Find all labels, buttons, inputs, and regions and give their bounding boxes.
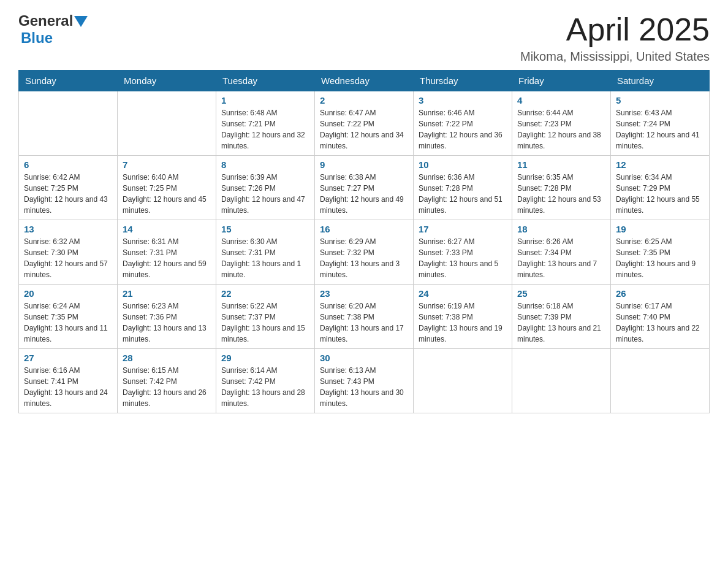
calendar-cell: 22Sunrise: 6:22 AMSunset: 7:37 PMDayligh…	[216, 285, 315, 349]
day-number: 11	[517, 159, 605, 170]
day-info: Sunrise: 6:23 AMSunset: 7:36 PMDaylight:…	[123, 301, 211, 345]
calendar-body: 1Sunrise: 6:48 AMSunset: 7:21 PMDaylight…	[19, 91, 710, 413]
day-info: Sunrise: 6:22 AMSunset: 7:37 PMDaylight:…	[221, 301, 309, 345]
calendar-cell	[19, 91, 118, 156]
day-number: 21	[123, 288, 211, 299]
day-number: 4	[517, 95, 605, 105]
location-title: Mikoma, Mississippi, United States	[520, 50, 710, 64]
day-info: Sunrise: 6:24 AMSunset: 7:35 PMDaylight:…	[24, 301, 112, 345]
day-info: Sunrise: 6:36 AMSunset: 7:28 PMDaylight:…	[419, 172, 507, 216]
day-info: Sunrise: 6:32 AMSunset: 7:30 PMDaylight:…	[24, 236, 112, 280]
day-info: Sunrise: 6:42 AMSunset: 7:25 PMDaylight:…	[24, 172, 112, 216]
header-cell-friday: Friday	[512, 71, 611, 91]
day-info: Sunrise: 6:18 AMSunset: 7:39 PMDaylight:…	[517, 301, 605, 345]
day-number: 25	[517, 288, 605, 299]
calendar-cell: 28Sunrise: 6:15 AMSunset: 7:42 PMDayligh…	[118, 349, 216, 413]
day-number: 14	[123, 224, 211, 234]
day-number: 18	[517, 224, 605, 234]
calendar-cell: 23Sunrise: 6:20 AMSunset: 7:38 PMDayligh…	[315, 285, 414, 349]
calendar-cell: 10Sunrise: 6:36 AMSunset: 7:28 PMDayligh…	[414, 156, 512, 220]
day-info: Sunrise: 6:16 AMSunset: 7:41 PMDaylight:…	[24, 365, 112, 409]
day-number: 17	[419, 224, 507, 234]
day-info: Sunrise: 6:47 AMSunset: 7:22 PMDaylight:…	[320, 107, 408, 151]
day-info: Sunrise: 6:48 AMSunset: 7:21 PMDaylight:…	[221, 107, 309, 151]
svg-marker-0	[74, 16, 88, 27]
header-cell-saturday: Saturday	[611, 71, 710, 91]
day-number: 9	[320, 159, 408, 170]
calendar-cell: 27Sunrise: 6:16 AMSunset: 7:41 PMDayligh…	[19, 349, 118, 413]
calendar-cell: 13Sunrise: 6:32 AMSunset: 7:30 PMDayligh…	[19, 220, 118, 285]
day-info: Sunrise: 6:35 AMSunset: 7:28 PMDaylight:…	[517, 172, 605, 216]
day-info: Sunrise: 6:29 AMSunset: 7:32 PMDaylight:…	[320, 236, 408, 280]
day-number: 15	[221, 224, 309, 234]
logo-blue-text: Blue	[21, 29, 53, 47]
header-row: SundayMondayTuesdayWednesdayThursdayFrid…	[19, 71, 710, 91]
day-number: 7	[123, 159, 211, 170]
calendar-cell: 9Sunrise: 6:38 AMSunset: 7:27 PMDaylight…	[315, 156, 414, 220]
day-info: Sunrise: 6:44 AMSunset: 7:23 PMDaylight:…	[517, 107, 605, 151]
calendar-cell: 25Sunrise: 6:18 AMSunset: 7:39 PMDayligh…	[512, 285, 611, 349]
day-number: 27	[24, 353, 112, 363]
day-info: Sunrise: 6:30 AMSunset: 7:31 PMDaylight:…	[221, 236, 309, 280]
header-cell-sunday: Sunday	[19, 71, 118, 91]
day-info: Sunrise: 6:31 AMSunset: 7:31 PMDaylight:…	[123, 236, 211, 280]
day-number: 6	[24, 159, 112, 170]
day-number: 20	[24, 288, 112, 299]
calendar-cell: 6Sunrise: 6:42 AMSunset: 7:25 PMDaylight…	[19, 156, 118, 220]
day-number: 26	[616, 288, 704, 299]
calendar-cell: 7Sunrise: 6:40 AMSunset: 7:25 PMDaylight…	[118, 156, 216, 220]
day-info: Sunrise: 6:25 AMSunset: 7:35 PMDaylight:…	[616, 236, 704, 280]
day-number: 28	[123, 353, 211, 363]
header-cell-tuesday: Tuesday	[216, 71, 315, 91]
day-info: Sunrise: 6:39 AMSunset: 7:26 PMDaylight:…	[221, 172, 309, 216]
calendar-cell: 12Sunrise: 6:34 AMSunset: 7:29 PMDayligh…	[611, 156, 710, 220]
calendar-cell: 5Sunrise: 6:43 AMSunset: 7:24 PMDaylight…	[611, 91, 710, 156]
day-info: Sunrise: 6:38 AMSunset: 7:27 PMDaylight:…	[320, 172, 408, 216]
calendar-header: SundayMondayTuesdayWednesdayThursdayFrid…	[19, 71, 710, 91]
day-number: 24	[419, 288, 507, 299]
calendar-cell: 1Sunrise: 6:48 AMSunset: 7:21 PMDaylight…	[216, 91, 315, 156]
day-info: Sunrise: 6:46 AMSunset: 7:22 PMDaylight:…	[419, 107, 507, 151]
calendar-cell: 14Sunrise: 6:31 AMSunset: 7:31 PMDayligh…	[118, 220, 216, 285]
calendar-cell	[414, 349, 512, 413]
calendar-cell	[611, 349, 710, 413]
calendar-cell: 20Sunrise: 6:24 AMSunset: 7:35 PMDayligh…	[19, 285, 118, 349]
day-number: 16	[320, 224, 408, 234]
day-info: Sunrise: 6:26 AMSunset: 7:34 PMDaylight:…	[517, 236, 605, 280]
day-number: 29	[221, 353, 309, 363]
logo-triangle-icon	[74, 16, 88, 27]
calendar-cell: 8Sunrise: 6:39 AMSunset: 7:26 PMDaylight…	[216, 156, 315, 220]
day-info: Sunrise: 6:15 AMSunset: 7:42 PMDaylight:…	[123, 365, 211, 409]
day-number: 30	[320, 353, 408, 363]
day-info: Sunrise: 6:43 AMSunset: 7:24 PMDaylight:…	[616, 107, 704, 151]
header-cell-wednesday: Wednesday	[315, 71, 414, 91]
logo-general-text: General	[18, 12, 73, 29]
calendar-week-2: 6Sunrise: 6:42 AMSunset: 7:25 PMDaylight…	[19, 156, 710, 220]
calendar-cell: 3Sunrise: 6:46 AMSunset: 7:22 PMDaylight…	[414, 91, 512, 156]
day-number: 3	[419, 95, 507, 105]
day-number: 1	[221, 95, 309, 105]
day-number: 5	[616, 95, 704, 105]
calendar-week-1: 1Sunrise: 6:48 AMSunset: 7:21 PMDaylight…	[19, 91, 710, 156]
day-number: 13	[24, 224, 112, 234]
calendar-cell: 24Sunrise: 6:19 AMSunset: 7:38 PMDayligh…	[414, 285, 512, 349]
calendar-cell: 4Sunrise: 6:44 AMSunset: 7:23 PMDaylight…	[512, 91, 611, 156]
page-header: General Blue April 2025 Mikoma, Mississi…	[18, 12, 710, 64]
calendar-cell: 29Sunrise: 6:14 AMSunset: 7:42 PMDayligh…	[216, 349, 315, 413]
calendar-week-4: 20Sunrise: 6:24 AMSunset: 7:35 PMDayligh…	[19, 285, 710, 349]
calendar-cell: 26Sunrise: 6:17 AMSunset: 7:40 PMDayligh…	[611, 285, 710, 349]
calendar-week-3: 13Sunrise: 6:32 AMSunset: 7:30 PMDayligh…	[19, 220, 710, 285]
title-block: April 2025 Mikoma, Mississippi, United S…	[520, 12, 710, 64]
calendar-cell	[512, 349, 611, 413]
day-info: Sunrise: 6:34 AMSunset: 7:29 PMDaylight:…	[616, 172, 704, 216]
header-cell-thursday: Thursday	[414, 71, 512, 91]
day-number: 2	[320, 95, 408, 105]
header-cell-monday: Monday	[118, 71, 216, 91]
day-info: Sunrise: 6:20 AMSunset: 7:38 PMDaylight:…	[320, 301, 408, 345]
day-number: 23	[320, 288, 408, 299]
calendar-cell: 21Sunrise: 6:23 AMSunset: 7:36 PMDayligh…	[118, 285, 216, 349]
day-info: Sunrise: 6:19 AMSunset: 7:38 PMDaylight:…	[419, 301, 507, 345]
day-number: 12	[616, 159, 704, 170]
day-info: Sunrise: 6:17 AMSunset: 7:40 PMDaylight:…	[616, 301, 704, 345]
day-number: 19	[616, 224, 704, 234]
